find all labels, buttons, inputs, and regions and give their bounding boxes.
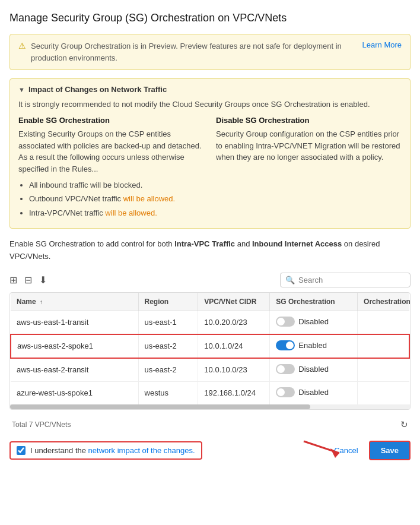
cell-cidr: 10.0.20.0/23 [198, 311, 270, 334]
table-row: azure-west-us-spoke1 westus 192.168.1.0/… [11, 381, 409, 404]
cell-cidr: 192.168.1.0/24 [198, 381, 270, 404]
sort-arrow-name: ↑ [40, 299, 43, 305]
enable-column: Enable SG Orchestration Existing Securit… [18, 116, 204, 220]
checkbox-text: I understand the network impact of the c… [30, 446, 195, 455]
cell-sg: Enabled [270, 334, 358, 358]
cell-sg: Disabled [270, 311, 358, 334]
disable-column-body: Security Group configuration on the CSP … [216, 128, 402, 163]
bottom-bar: I understand the network impact of the c… [9, 441, 411, 460]
impact-section: ▼ Impact of Changes on Network Traffic I… [9, 78, 411, 229]
sg-toggle[interactable]: Disabled [276, 364, 329, 374]
cell-orch [358, 381, 409, 404]
cell-name: azure-west-us-spoke1 [11, 381, 138, 404]
sg-toggle[interactable]: Disabled [276, 317, 329, 327]
warning-text: Security Group Orchestration is in Previ… [31, 40, 353, 64]
download-icon[interactable]: ⬇ [39, 274, 47, 286]
toggle-label: Disabled [298, 365, 329, 374]
vpc-table: Name ↑ Region VPC/VNet CIDR SG Orchestra… [10, 293, 410, 404]
table-footer: Total 7 VPC/VNets ↻ [9, 416, 411, 434]
table-header-row: Name ↑ Region VPC/VNet CIDR SG Orchestra… [11, 293, 409, 311]
search-box[interactable]: 🔍 [280, 273, 411, 287]
chevron-down-icon: ▼ [18, 86, 25, 93]
impact-header[interactable]: ▼ Impact of Changes on Network Traffic [10, 79, 410, 100]
outbound-link[interactable]: will be allowed. [123, 194, 175, 203]
cell-name: aws-us-east-2-spoke1 [11, 334, 138, 358]
toggle-switch[interactable] [276, 387, 295, 397]
total-count: Total 7 VPC/VNets [12, 420, 71, 429]
toggle-switch-on[interactable] [276, 340, 295, 350]
understand-checkbox-label[interactable]: I understand the network impact of the c… [9, 441, 202, 460]
cell-orch [358, 358, 409, 382]
table-row: aws-us-east-2-spoke1 us-east-2 10.0.1.0/… [11, 334, 409, 358]
table-wrapper: Name ↑ Region VPC/VNet CIDR SG Orchestra… [10, 293, 410, 404]
understand-checkbox[interactable] [17, 446, 26, 455]
cell-region: westus [138, 381, 198, 404]
intra-link[interactable]: will be allowed. [105, 208, 157, 217]
disable-column: Disable SG Orchestration Security Group … [216, 116, 402, 220]
cell-name: aws-us-east-2-transit [11, 358, 138, 382]
table-row: aws-us-east-2-transit us-east-2 10.0.10.… [11, 358, 409, 382]
page-title: Manage Security Group (SG) Orchestration… [9, 12, 411, 24]
scrollbar-thumb [10, 404, 310, 409]
vpc-table-container: Name ↑ Region VPC/VNet CIDR SG Orchestra… [9, 292, 411, 410]
impact-columns: Enable SG Orchestration Existing Securit… [18, 116, 402, 220]
impact-intro: It is strongly recommended to not modify… [18, 100, 402, 109]
enable-column-body: Existing Security Groups on the CSP enti… [18, 128, 204, 175]
cell-cidr: 10.0.1.0/24 [198, 334, 270, 358]
cell-region: us-east-2 [138, 334, 198, 358]
cell-sg: Disabled [270, 358, 358, 382]
col-header-region[interactable]: Region [138, 293, 198, 311]
cell-cidr: 10.0.10.0/23 [198, 358, 270, 382]
col-header-orch[interactable]: Orchestration [358, 293, 409, 311]
horizontal-scrollbar[interactable] [10, 404, 410, 409]
warning-icon: ⚠ [18, 41, 26, 50]
cell-orch [358, 311, 409, 334]
search-icon: 🔍 [285, 276, 295, 284]
cell-region: us-east-1 [138, 311, 198, 334]
save-button[interactable]: Save [369, 441, 411, 460]
col-header-sg[interactable]: SG Orchestration [270, 293, 358, 311]
enable-column-bullets: All inbound traffic will be blocked. Out… [29, 178, 204, 220]
impact-body: It is strongly recommended to not modify… [10, 100, 410, 228]
filter-icon[interactable]: ⊞ [9, 274, 17, 286]
col-header-cidr[interactable]: VPC/VNet CIDR [198, 293, 270, 311]
sg-toggle[interactable]: Enabled [276, 340, 327, 350]
network-impact-link[interactable]: network impact of the changes. [88, 446, 195, 455]
enable-column-title: Enable SG Orchestration [18, 116, 204, 125]
refresh-icon[interactable]: ↻ [400, 419, 408, 430]
impact-title: Impact of Changes on Network Traffic [28, 85, 167, 94]
columns-icon[interactable]: ⊟ [24, 274, 32, 286]
toggle-switch[interactable] [276, 364, 295, 374]
svg-marker-1 [330, 448, 339, 458]
toggle-label: Disabled [298, 388, 329, 397]
col-header-name[interactable]: Name ↑ [11, 293, 138, 311]
warning-banner: ⚠ Security Group Orchestration is in Pre… [9, 34, 411, 70]
bullet-2: Outbound VPC/VNet traffic will be allowe… [29, 192, 204, 205]
toggle-label: Enabled [298, 341, 327, 350]
bullet-3: Intra-VPC/VNet traffic will be allowed. [29, 206, 204, 220]
description-text: Enable SG Orchestration to add control f… [9, 238, 411, 263]
disable-column-title: Disable SG Orchestration [216, 116, 402, 125]
arrow-hint [301, 435, 348, 459]
cell-orch [358, 334, 409, 358]
toggle-switch[interactable] [276, 317, 295, 327]
table-row: aws-us-east-1-transit us-east-1 10.0.20.… [11, 311, 409, 334]
learn-more-link[interactable]: Learn More [362, 40, 402, 49]
cell-region: us-east-2 [138, 358, 198, 382]
toolbar: ⊞ ⊟ ⬇ 🔍 [9, 273, 411, 287]
toggle-label: Disabled [298, 317, 329, 326]
cell-sg: Disabled [270, 381, 358, 404]
search-input[interactable] [298, 276, 405, 284]
toolbar-left: ⊞ ⊟ ⬇ [9, 274, 47, 286]
cell-name: aws-us-east-1-transit [11, 311, 138, 334]
bullet-1: All inbound traffic will be blocked. [29, 178, 204, 192]
sg-toggle[interactable]: Disabled [276, 387, 329, 397]
